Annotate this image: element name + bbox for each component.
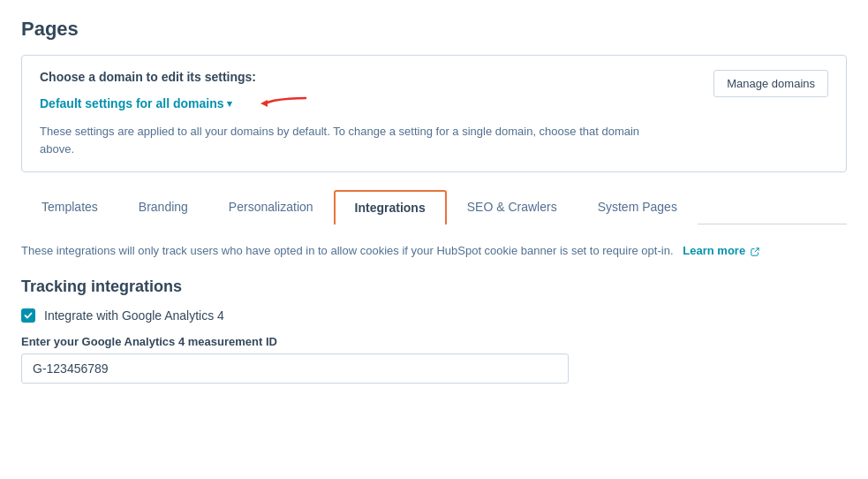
tabs-nav: Templates Branding Personalization Integ… (21, 190, 847, 224)
tracking-integrations-section: Tracking integrations Integrate with Goo… (21, 278, 847, 384)
default-settings-label: Default settings for all domains (40, 96, 223, 110)
tab-branding[interactable]: Branding (118, 190, 208, 224)
learn-more-link[interactable]: Learn more (683, 244, 759, 257)
manage-domains-button[interactable]: Manage domains (713, 70, 828, 97)
chevron-down-icon: ▾ (227, 98, 232, 110)
domain-settings-box: Choose a domain to edit its settings: De… (21, 55, 847, 172)
red-arrow-annotation (248, 91, 310, 116)
measurement-id-input[interactable] (21, 354, 569, 384)
ga4-checkbox-label: Integrate with Google Analytics 4 (44, 308, 224, 323)
default-settings-dropdown[interactable]: Default settings for all domains ▾ (40, 96, 232, 110)
tab-integrations[interactable]: Integrations (334, 190, 447, 224)
external-link-icon (751, 247, 759, 256)
tracking-section-title: Tracking integrations (21, 278, 847, 296)
choose-domain-label: Choose a domain to edit its settings: (40, 70, 640, 84)
tab-seo-crawlers[interactable]: SEO & Crawlers (447, 190, 577, 224)
domain-box-left: Choose a domain to edit its settings: De… (40, 70, 640, 157)
ga4-checkbox-row: Integrate with Google Analytics 4 (21, 308, 847, 323)
domain-dropdown-row: Default settings for all domains ▾ (40, 91, 640, 116)
integrations-info-text: These integrations will only track users… (21, 244, 674, 257)
ga4-checkbox[interactable] (21, 308, 35, 323)
tab-personalization[interactable]: Personalization (208, 190, 334, 224)
measurement-id-label: Enter your Google Analytics 4 measuremen… (21, 335, 847, 348)
svg-marker-0 (260, 100, 268, 107)
tab-templates[interactable]: Templates (21, 190, 118, 224)
integrations-info: These integrations will only track users… (21, 242, 847, 260)
learn-more-label: Learn more (683, 244, 745, 257)
tab-system-pages[interactable]: System Pages (577, 190, 698, 224)
page-title: Pages (21, 18, 847, 41)
domain-description: These settings are applied to all your d… (40, 123, 640, 157)
checkmark-icon (24, 311, 33, 320)
